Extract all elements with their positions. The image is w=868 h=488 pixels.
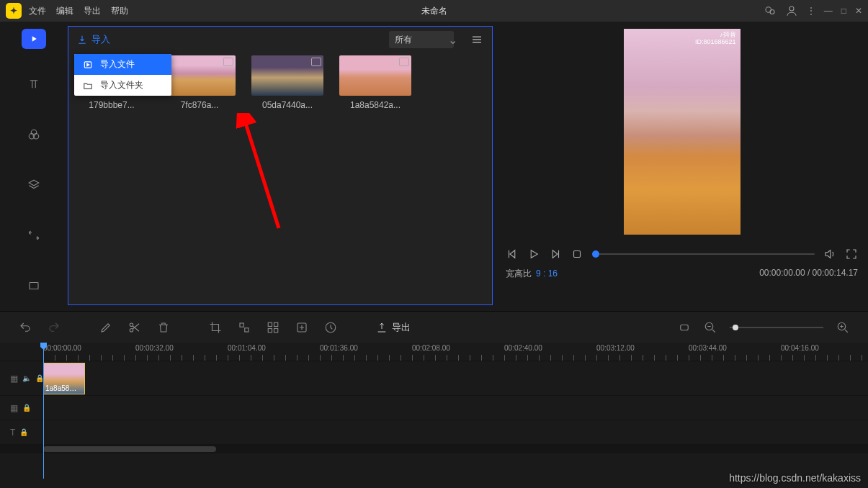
account-icon[interactable] — [785, 4, 798, 17]
split-button[interactable] — [128, 321, 141, 334]
import-button[interactable]: 导入 — [77, 33, 110, 46]
menu-file[interactable]: 文件 — [29, 5, 46, 17]
menu-export[interactable]: 导出 — [84, 5, 101, 17]
seek-bar[interactable] — [592, 253, 815, 255]
video-badge-icon — [223, 58, 233, 66]
redo-button[interactable] — [48, 321, 61, 334]
ratio-button[interactable] — [238, 321, 251, 334]
seek-handle[interactable] — [592, 250, 599, 258]
video-badge-icon — [311, 58, 321, 66]
timeline-toolbar: 导出 — [0, 311, 868, 343]
media-thumb[interactable]: 05da7440a... — [251, 55, 323, 110]
tab-text[interactable] — [19, 69, 49, 99]
add-button[interactable] — [295, 321, 308, 334]
wechat-icon[interactable] — [764, 4, 777, 17]
tab-media[interactable] — [22, 29, 46, 49]
svg-rect-14 — [245, 327, 249, 331]
app-logo: ✦ — [6, 3, 22, 19]
tab-filter[interactable] — [19, 119, 49, 150]
video-track[interactable]: ▦ 🔈 🔒 1a8a58… — [0, 361, 868, 396]
zoom-slider[interactable] — [730, 327, 823, 328]
video-badge-icon — [399, 58, 409, 66]
aspect-ratio: 宽高比9 : 16 — [506, 268, 558, 280]
text-track-icon: T — [10, 428, 15, 438]
lock-icon[interactable]: 🔒 — [19, 428, 28, 436]
annotation-arrow — [228, 113, 300, 235]
timeline-scrollbar[interactable] — [0, 445, 868, 453]
preview-video[interactable]: ♪抖音 ID:801686621 — [624, 29, 741, 235]
import-label: 导入 — [91, 33, 110, 46]
more-icon[interactable]: ⋮ — [807, 6, 815, 16]
tab-overlay[interactable] — [19, 170, 49, 200]
media-thumb[interactable]: 7fc876a... — [164, 55, 236, 110]
svg-line-9 — [244, 119, 279, 228]
stop-button[interactable] — [571, 248, 583, 261]
fit-button[interactable] — [678, 321, 691, 334]
crop-button[interactable] — [209, 321, 222, 334]
zoom-handle[interactable] — [733, 325, 738, 330]
import-folder-option[interactable]: 导入文件夹 — [74, 75, 171, 96]
list-view-icon[interactable] — [470, 34, 483, 45]
export-button[interactable]: 导出 — [376, 321, 411, 334]
zoom-in-button[interactable] — [836, 321, 849, 334]
media-panel: 导入 所有 ⌄ 导入文件 导入文件夹 — [68, 26, 493, 305]
maximize-button[interactable]: □ — [841, 6, 846, 16]
text-track[interactable]: T🔒 — [0, 420, 868, 445]
scrollbar-thumb[interactable] — [43, 446, 216, 452]
import-file-option[interactable]: 导入文件 — [74, 54, 171, 75]
svg-rect-17 — [268, 328, 272, 332]
undo-button[interactable] — [19, 321, 32, 334]
svg-rect-13 — [240, 323, 243, 327]
tab-element[interactable] — [19, 271, 49, 301]
minimize-button[interactable]: — — [824, 6, 833, 16]
prev-frame-button[interactable] — [506, 248, 519, 261]
svg-point-1 — [770, 10, 774, 14]
svg-rect-18 — [274, 328, 278, 332]
svg-rect-7 — [30, 283, 38, 289]
svg-rect-21 — [681, 325, 689, 330]
window-title: 未命名 — [421, 5, 447, 17]
time-display: 00:00:00.00 / 00:00:14.17 — [759, 268, 858, 280]
mute-icon[interactable]: 🔈 — [22, 374, 31, 382]
edit-button[interactable] — [99, 321, 112, 334]
menu-bar: ✦ 文件 编辑 导出 帮助 未命名 ⋮ — □ ✕ — [0, 0, 868, 22]
watermark-brand: ♪抖音 — [720, 31, 736, 38]
timeline-clip[interactable]: 1a8a58… — [43, 363, 85, 394]
video-track-icon: ▦ — [10, 374, 18, 384]
audio-track-icon: ▦ — [10, 403, 18, 413]
fullscreen-button[interactable] — [845, 248, 858, 261]
menu-edit[interactable]: 编辑 — [56, 5, 73, 17]
audio-track[interactable]: ▦🔒 — [0, 396, 868, 420]
grid-button[interactable] — [267, 321, 279, 334]
next-frame-button[interactable] — [549, 248, 562, 261]
svg-rect-16 — [274, 322, 278, 326]
play-button[interactable] — [527, 248, 540, 261]
tab-transition[interactable] — [19, 220, 49, 250]
lock-icon[interactable]: 🔒 — [22, 404, 31, 412]
volume-button[interactable] — [823, 248, 836, 261]
close-button[interactable]: ✕ — [855, 6, 862, 16]
watermark-text: https://blog.csdn.net/kakaxiss — [729, 472, 861, 484]
side-tabs — [0, 22, 68, 309]
media-filter-select[interactable]: 所有 — [389, 31, 454, 48]
timeline: 00:00:00.00 00:00:32.00 00:01:04.00 00:0… — [0, 343, 868, 453]
playback-controls — [506, 248, 858, 261]
svg-point-2 — [789, 6, 794, 11]
svg-rect-10 — [574, 251, 581, 258]
time-ruler[interactable]: 00:00:00.00 00:00:32.00 00:01:04.00 00:0… — [0, 343, 868, 361]
menu-help[interactable]: 帮助 — [111, 5, 128, 17]
speed-button[interactable] — [324, 321, 337, 334]
delete-button[interactable] — [157, 321, 170, 334]
zoom-out-button[interactable] — [704, 321, 717, 334]
menu-items: 文件 编辑 导出 帮助 — [29, 5, 128, 17]
svg-rect-15 — [268, 322, 272, 326]
media-thumb[interactable]: 1a8a5842a... — [339, 55, 411, 110]
playhead[interactable] — [43, 343, 44, 479]
import-dropdown: 导入文件 导入文件夹 — [74, 54, 171, 96]
watermark-id: ID:801686621 — [695, 38, 736, 45]
preview-panel: ♪抖音 ID:801686621 宽高比9 : 16 00:00:00.00 /… — [496, 22, 868, 309]
